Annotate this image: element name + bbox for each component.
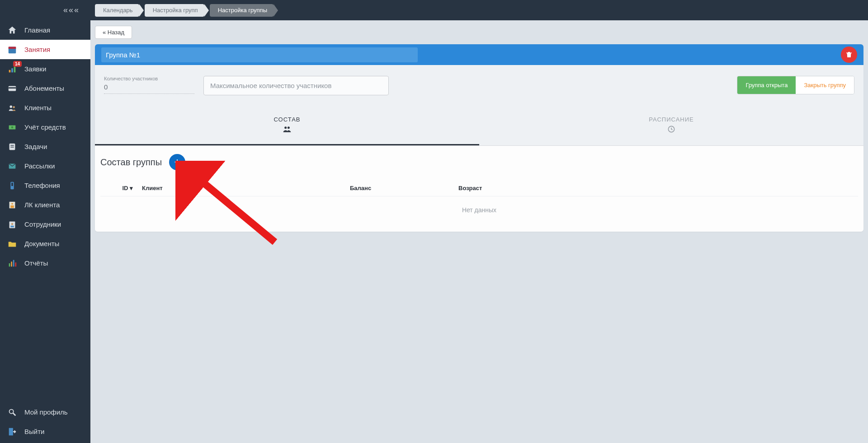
breadcrumb-item-group-settings[interactable]: Настройка группы [210,4,274,17]
card-icon [6,83,18,94]
add-member-button[interactable]: + [169,154,185,170]
logout-icon [6,426,18,438]
sidebar-item-profile[interactable]: Мой профиль [0,402,90,422]
svg-point-27 [9,409,14,413]
sidebar-item-finance[interactable]: Учёт средств [0,117,90,137]
delete-group-button[interactable] [841,47,857,63]
participants-count-value: 0 [104,81,194,94]
sidebar-item-label: Заявки [24,65,46,73]
phone-icon [6,180,18,191]
svg-rect-22 [10,225,14,227]
svg-point-10 [11,126,14,128]
sidebar-item-label: Отчёты [24,259,48,267]
group-name-input[interactable] [101,47,418,62]
group-close-button[interactable]: Закрыть группу [796,76,854,94]
svg-point-21 [11,223,14,225]
column-client[interactable]: Клиент [142,185,350,191]
svg-rect-29 [9,428,13,435]
sidebar-item-clients[interactable]: Клиенты [0,98,90,117]
svg-rect-19 [10,205,14,208]
svg-rect-2 [9,70,11,72]
badge-icon [6,219,18,230]
sidebar-item-documents[interactable]: Документы [0,234,90,253]
svg-point-31 [288,126,290,129]
sidebar-item-label: Выйти [24,428,44,435]
main-content: Календарь Настройка групп Настройка груп… [90,0,868,443]
sidebar: ««« Главная Занятия 14 Заявки Абонементы [0,0,90,443]
people-icon [95,125,479,136]
sidebar-item-telephony[interactable]: Телефония [0,176,90,195]
sidebar-item-requests[interactable]: 14 Заявки [0,59,90,79]
calendar-icon [6,44,18,56]
svg-line-28 [13,413,16,415]
sidebar-item-client-portal[interactable]: ЛК клиента [0,195,90,215]
composition-title: Состав группы [100,157,162,168]
status-toggle: Группа открыта Закрыть группу [737,76,854,94]
sidebar-item-staff[interactable]: Сотрудники [0,215,90,234]
column-id[interactable]: ID ▾ [106,185,142,191]
sidebar-item-label: Задачи [24,143,47,150]
sort-desc-icon: ▾ [130,185,133,191]
sidebar-item-lessons[interactable]: Занятия [0,40,90,59]
svg-rect-3 [11,68,13,72]
sidebar-item-logout[interactable]: Выйти [0,422,90,441]
tab-members-label: СОСТАВ [274,116,300,123]
tab-members[interactable]: СОСТАВ [95,108,479,145]
svg-point-18 [11,203,13,205]
clock-icon [479,125,863,136]
sidebar-item-label: ЛК клиента [24,201,60,209]
svg-rect-6 [9,87,16,89]
checklist-icon [6,141,18,153]
chart-icon [6,257,18,269]
breadcrumb-item-groups[interactable]: Настройка групп [145,4,204,17]
mail-icon [6,160,18,172]
group-open-button[interactable]: Группа открыта [737,76,796,94]
table-empty-message: Нет данных [100,196,858,224]
participants-count-label: Количество участников [104,76,194,81]
members-table: ID ▾ Клиент Баланс Возраст Нет данных [100,180,858,224]
search-profile-icon [6,406,18,418]
sidebar-item-label: Рассылки [24,162,55,170]
topbar: Календарь Настройка групп Настройка груп… [90,0,868,20]
svg-rect-26 [15,262,16,266]
breadcrumb-item-calendar[interactable]: Календарь [95,4,139,17]
tabs: СОСТАВ РАСПИСАНИЕ [95,108,863,146]
folder-icon [6,238,18,250]
sidebar-item-label: Телефония [24,182,60,189]
trash-icon [845,51,853,59]
back-button[interactable]: « Назад [95,26,132,39]
sidebar-item-label: Клиенты [24,104,52,112]
tab-schedule[interactable]: РАСПИСАНИЕ [479,108,863,145]
svg-rect-23 [9,263,10,266]
sidebar-item-label: Сотрудники [24,220,61,228]
max-participants-input[interactable] [203,76,389,95]
breadcrumb: Календарь Настройка групп Настройка груп… [95,4,279,17]
requests-badge: 14 [13,61,22,67]
svg-point-8 [13,106,15,108]
sidebar-item-label: Документы [24,240,59,247]
sidebar-item-label: Мой профиль [24,408,68,416]
svg-rect-24 [11,261,12,266]
group-card: Количество участников 0 Группа открыта З… [95,44,863,232]
people-icon [6,102,18,114]
sidebar-item-home[interactable]: Главная [0,20,90,40]
sidebar-collapse-button[interactable]: ««« [0,0,90,20]
sidebar-item-reports[interactable]: Отчёты [0,253,90,273]
svg-rect-16 [11,182,13,186]
svg-point-30 [284,126,287,129]
svg-point-7 [10,105,13,108]
sidebar-item-mailings[interactable]: Рассылки [0,156,90,176]
sidebar-item-label: Учёт средств [24,123,66,131]
sidebar-item-label: Занятия [24,46,50,53]
sidebar-item-label: Абонементы [24,84,64,92]
column-balance[interactable]: Баланс [350,185,458,191]
table-header: ID ▾ Клиент Баланс Возраст [100,180,858,196]
sidebar-item-subscriptions[interactable]: Абонементы [0,79,90,98]
svg-rect-12 [10,145,14,145]
sidebar-item-label: Главная [24,26,50,34]
group-header [95,44,863,65]
money-icon [6,121,18,133]
sidebar-item-tasks[interactable]: Задачи [0,137,90,156]
composition-section: Состав группы + ID ▾ Клиент Баланс Возра… [95,146,863,232]
column-age[interactable]: Возраст [458,185,549,191]
